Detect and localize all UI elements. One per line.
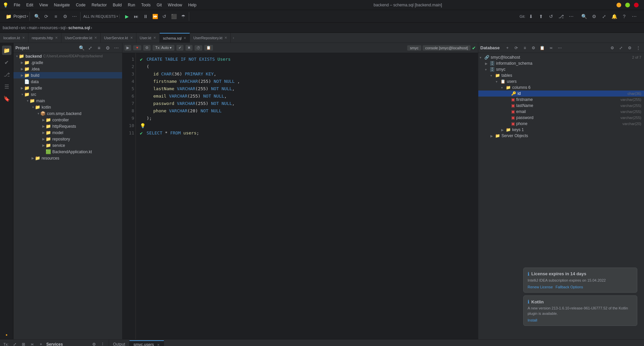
menu-run[interactable]: Run: [125, 2, 138, 8]
resume-button[interactable]: ⏩: [151, 12, 159, 21]
activity-bookmarks[interactable]: 🔖: [2, 94, 11, 103]
bc-src[interactable]: src: [20, 25, 26, 30]
db-smyc[interactable]: ▾ 🗄️ smyc: [478, 66, 644, 72]
notifications-icon[interactable]: 🔔: [610, 12, 619, 21]
tree-item-httprequests[interactable]: ▶ 📁 httpRequests: [13, 123, 122, 129]
services-filter-btn[interactable]: ≍: [29, 341, 36, 346]
db-server-objects[interactable]: ▶ 📁 Server Objects: [478, 133, 644, 139]
tree-item-model[interactable]: ▶ 📁 model: [13, 129, 122, 136]
bc-main[interactable]: main: [29, 25, 37, 30]
db-overflow-btn[interactable]: ⋮: [635, 44, 642, 52]
services-expand-btn[interactable]: ⤢: [11, 341, 18, 346]
db-col-id[interactable]: 🔑 id char(36): [478, 91, 644, 97]
tx-auto-dropdown[interactable]: Tx: Auto ▾: [153, 45, 174, 51]
install-kotlin-btn[interactable]: Install: [528, 318, 537, 322]
tree-item-repository[interactable]: ▶ 📁 repository: [13, 136, 122, 142]
git-rollback-button[interactable]: ↺: [547, 12, 555, 21]
db-settings2-btn[interactable]: ⚙: [608, 44, 616, 52]
tree-item-com-smyc[interactable]: ▾ 📦 com.smyc.backend: [13, 110, 122, 117]
menu-code[interactable]: Code: [73, 2, 88, 8]
tab-userservice[interactable]: UserService.kt ✕: [101, 33, 137, 43]
project-dropdown[interactable]: ▾: [26, 14, 28, 18]
activity-structure[interactable]: ☰: [2, 82, 11, 91]
commit-btn[interactable]: ✔: [176, 45, 183, 51]
db-refresh-btn[interactable]: ⟳: [513, 44, 520, 52]
bc-backend[interactable]: backend: [3, 25, 18, 30]
stop-button[interactable]: ⬛: [169, 12, 178, 21]
tree-item-controller[interactable]: ▶ 📁 controller: [13, 117, 122, 123]
bc-sql[interactable]: sql: [60, 25, 65, 30]
run-button[interactable]: ▶: [122, 12, 131, 21]
history-btn[interactable]: ⏱: [195, 45, 202, 51]
help-icon[interactable]: ?: [620, 12, 629, 21]
db-connection[interactable]: ▾ 🔗 smyc@localhost 2 of 7: [478, 54, 644, 60]
tab-schema[interactable]: schema.sql ✕: [160, 33, 190, 43]
code-editor[interactable]: ✔ CREATE TABLE IF NOT EXISTS Users ( id …: [136, 53, 478, 339]
tree-item-backend[interactable]: ▾ 📁 backend C:/Users/Lenovo/IDEAProjects…: [13, 53, 122, 59]
menu-build[interactable]: Build: [110, 2, 124, 8]
db-col-firstname[interactable]: ▣ firstname varchar(255): [478, 97, 644, 103]
rollback-btn[interactable]: ✖: [185, 45, 193, 51]
db-col-password[interactable]: ▣ password varchar(255): [478, 115, 644, 121]
tab-user-close[interactable]: ✕: [153, 36, 156, 40]
search-icon[interactable]: 🔍: [580, 12, 588, 21]
fallback-options-btn[interactable]: Fallback Options: [555, 285, 583, 289]
close-button[interactable]: [634, 3, 639, 7]
project-label[interactable]: Project: [13, 14, 26, 19]
more-icon[interactable]: ⋯: [630, 12, 639, 21]
tree-item-gradle2[interactable]: ▶ 📁 gradle: [13, 85, 122, 91]
services-tile-btn[interactable]: ⊞: [20, 341, 27, 346]
data-tab-smyc-users[interactable]: smyc.users ✕: [129, 340, 164, 346]
services-settings-btn[interactable]: ⚙: [91, 341, 97, 346]
tree-item-gradle[interactable]: ▶ 📁 .gradle: [13, 59, 122, 66]
maximize-button[interactable]: [625, 3, 630, 7]
format-btn[interactable]: 📋: [204, 45, 213, 51]
minimize-button[interactable]: [616, 3, 621, 7]
reload-button[interactable]: ↺: [160, 12, 169, 21]
pause-button[interactable]: ⏸: [141, 12, 150, 21]
menu-refactor[interactable]: Refactor: [89, 2, 109, 8]
bc-resources[interactable]: resources: [40, 25, 58, 30]
activity-pullrequest[interactable]: ⎇: [2, 70, 11, 79]
tree-item-build[interactable]: ▶ 📁 build: [13, 72, 122, 78]
sync-button[interactable]: ⟳: [42, 12, 51, 21]
sidebar-collapse-btn[interactable]: ≡: [95, 44, 103, 52]
tab-location[interactable]: location.kt ✕: [0, 33, 29, 43]
tree-item-kotlin[interactable]: ▾ 📁 kotlin: [13, 104, 122, 110]
db-settings-btn[interactable]: ⚙: [530, 44, 537, 52]
db-add-btn[interactable]: +: [504, 44, 511, 52]
activity-notifications-dot[interactable]: ●: [2, 330, 11, 339]
menu-navigate[interactable]: Navigate: [51, 2, 72, 8]
activity-commit[interactable]: ✔: [2, 58, 11, 67]
menu-file[interactable]: File: [11, 2, 23, 8]
tab-usercontroller-close[interactable]: ✕: [94, 36, 97, 40]
sidebar-expand-btn[interactable]: ⤢: [87, 44, 94, 52]
sidebar-settings-btn[interactable]: ⚙: [104, 44, 111, 52]
data-tab-output[interactable]: Output: [109, 341, 129, 346]
menu-tools[interactable]: Tools: [139, 2, 153, 8]
db-table-btn[interactable]: 📋: [539, 44, 546, 52]
console-label[interactable]: console [smyc@localhost]: [423, 45, 471, 51]
collapse-button[interactable]: ≡: [51, 12, 60, 21]
project-button[interactable]: 📁: [4, 12, 13, 21]
data-tab-smyc-close[interactable]: ✕: [157, 343, 160, 346]
sidebar-find-btn[interactable]: 🔍: [78, 44, 85, 52]
tab-userrepository[interactable]: UserRepository.kt ✕: [190, 33, 231, 43]
git-update-button[interactable]: ⬇: [527, 12, 535, 21]
menu-help[interactable]: Help: [185, 2, 199, 8]
db-col-phone[interactable]: ▣ phone varchar(20): [478, 121, 644, 127]
bc-schema[interactable]: schema.sql: [68, 25, 90, 30]
tab-schema-close[interactable]: ✕: [183, 36, 186, 40]
db-gear-btn[interactable]: ⚙: [626, 44, 633, 52]
settings-button[interactable]: ⚙: [61, 12, 69, 21]
db-info-schema[interactable]: ▶ 🗄️ information_schema: [478, 60, 644, 66]
tab-requests[interactable]: requests.http ✕: [29, 33, 62, 43]
menu-edit[interactable]: Edit: [23, 2, 36, 8]
step-button[interactable]: ⏭: [132, 12, 141, 21]
find-button[interactable]: 🔍: [33, 12, 41, 21]
menu-git[interactable]: Git: [154, 2, 164, 8]
db-users-table[interactable]: ▾ 📋 users: [478, 78, 644, 84]
db-tables[interactable]: ▾ 📁 tables: [478, 72, 644, 78]
db-dropdown[interactable]: ▾: [116, 14, 118, 18]
tree-item-resources[interactable]: ▶ 📁 resources: [13, 155, 122, 161]
